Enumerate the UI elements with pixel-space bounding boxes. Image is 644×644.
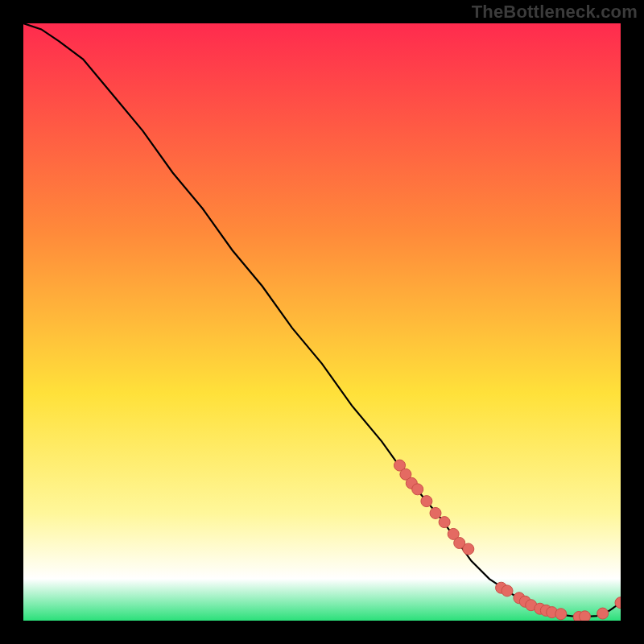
marker-point bbox=[597, 608, 609, 619]
marker-point bbox=[463, 543, 474, 555]
marker-point bbox=[421, 496, 432, 507]
marker-point bbox=[555, 609, 567, 620]
marker-point bbox=[502, 585, 513, 597]
chart-svg bbox=[23, 23, 621, 621]
marker-point bbox=[439, 517, 450, 528]
marker-point bbox=[580, 611, 591, 621]
gradient-background bbox=[23, 23, 621, 621]
marker-point bbox=[412, 484, 423, 495]
plot-area bbox=[23, 23, 621, 621]
marker-point bbox=[430, 507, 441, 518]
watermark-text: TheBottleneck.com bbox=[472, 2, 638, 23]
chart-stage: TheBottleneck.com bbox=[0, 0, 644, 644]
